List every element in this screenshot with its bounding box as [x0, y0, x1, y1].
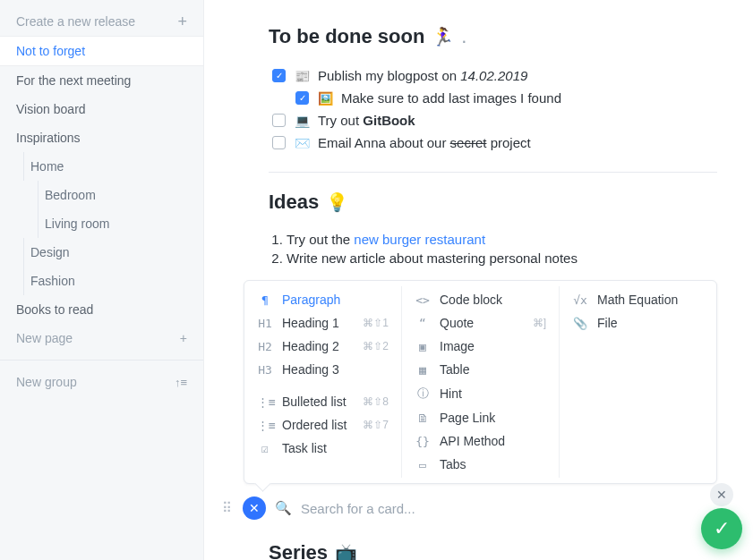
menu-item[interactable]: H1Heading 1⌘⇧1 — [244, 311, 401, 335]
sidebar-item-label: Home — [30, 159, 64, 174]
menu-item-label: Heading 1 — [282, 316, 339, 330]
menu-item-label: Image — [440, 339, 475, 353]
drag-handle-icon[interactable]: ⠿ — [222, 500, 234, 516]
menu-column: ¶ParagraphH1Heading 1⌘⇧1H2Heading 2⌘⇧2H3… — [244, 286, 402, 478]
task-text: Make sure to add last images I found — [341, 90, 561, 106]
new-group-label: New group — [16, 375, 77, 389]
menu-item-icon: “ — [415, 317, 431, 330]
menu-item-icon: ⋮≡ — [257, 419, 273, 432]
checkbox[interactable] — [272, 136, 286, 149]
sidebar-item[interactable]: Not to forget — [0, 36, 203, 66]
sidebar-item[interactable]: Books to read — [0, 295, 203, 324]
card-search-row: ⠿ ✕ 🔍 — [222, 496, 717, 520]
menu-item-icon: ☑ — [257, 442, 273, 455]
sidebar-item[interactable]: Inspirations — [0, 123, 203, 152]
menu-item-icon: ⋮≡ — [257, 395, 273, 409]
menu-item[interactable]: ▭Tabs — [402, 453, 559, 476]
close-search-button[interactable]: ✕ — [243, 496, 266, 520]
menu-item[interactable]: H2Heading 2⌘⇧2 — [244, 335, 401, 358]
sidebar-item[interactable]: Fashion — [0, 267, 203, 295]
sidebar-new-group[interactable]: New group ↑≡ — [0, 368, 203, 396]
ideas-list: Try out the new burger restaurantWrite n… — [287, 230, 717, 267]
menu-item-icon: ▦ — [415, 363, 431, 377]
menu-item[interactable]: 🗎Page Link — [402, 406, 559, 429]
menu-item-icon: √x — [572, 293, 588, 307]
task-text: Email Anna about our secret project — [318, 135, 531, 150]
menu-item-label: Task list — [282, 441, 327, 455]
add-group-icon[interactable]: + — [177, 15, 187, 28]
group-title: Create a new release — [16, 14, 135, 29]
link[interactable]: new burger restaurant — [354, 232, 485, 247]
sidebar-item-label: Vision board — [16, 102, 86, 116]
menu-item[interactable]: H3Heading 3 — [244, 358, 401, 381]
menu-item-label: Heading 2 — [282, 339, 339, 353]
sidebar-item-label: Bedroom — [45, 188, 96, 202]
menu-column: √xMath Equation📎File — [560, 286, 716, 478]
menu-item[interactable]: ▦Table — [402, 358, 559, 381]
menu-item-icon: H3 — [257, 363, 273, 377]
sidebar-item[interactable]: Bedroom — [0, 181, 203, 209]
menu-item-label: Tabs — [440, 457, 466, 471]
menu-item-icon: 🗎 — [415, 412, 431, 425]
menu-item-icon: H1 — [257, 317, 273, 330]
menu-item[interactable]: √xMath Equation — [560, 288, 716, 311]
checkbox[interactable] — [272, 69, 286, 82]
sidebar-group-header: Create a new release + — [0, 7, 203, 36]
menu-item-label: Page Link — [440, 411, 495, 425]
sidebar-item-label: For the next meeting — [16, 73, 131, 88]
menu-item-label: Heading 3 — [282, 362, 339, 377]
menu-item[interactable]: <>Code block — [402, 288, 559, 311]
sidebar-item-label: Books to read — [16, 302, 93, 317]
sidebar-item[interactable]: Living room — [0, 209, 203, 238]
task-list: 📰Publish my blogpost on 14.02.2019🖼️Make… — [272, 64, 717, 154]
sidebar-item[interactable]: Design — [0, 238, 203, 267]
menu-item-label: Bulleted list — [282, 395, 347, 409]
sort-icon: ↑≡ — [175, 376, 187, 389]
menu-item-label: API Method — [440, 434, 505, 448]
sidebar-item[interactable]: Home — [0, 152, 203, 181]
tv-icon: 📺 — [335, 542, 357, 560]
task-emoji-icon: ✉️ — [295, 136, 309, 150]
task-emoji-icon: 💻 — [295, 114, 309, 128]
menu-item[interactable]: ⋮≡Bulleted list⌘⇧8 — [244, 390, 401, 413]
list-item: Write new article about mastering person… — [287, 249, 717, 267]
menu-item[interactable]: “Quote⌘] — [402, 311, 559, 335]
checkbox[interactable] — [272, 114, 286, 127]
menu-item[interactable]: ⋮≡Ordered list⌘⇧7 — [244, 413, 401, 437]
card-search-input[interactable] — [301, 501, 717, 516]
ideas-title-text: Ideas — [269, 191, 319, 214]
sidebar-item-label: New page — [16, 331, 73, 345]
menu-item-shortcut: ⌘⇧1 — [363, 317, 389, 329]
menu-column: <>Code block“Quote⌘]▣Image▦TableⓘHint🗎Pa… — [402, 286, 560, 478]
menu-item[interactable]: ⓘHint — [402, 381, 559, 406]
menu-item-icon: <> — [415, 293, 431, 307]
confirm-button[interactable]: ✓ — [701, 508, 742, 549]
section-title-series: Series 📺 — [269, 541, 717, 560]
sidebar-item-label: Inspirations — [16, 131, 81, 145]
menu-item[interactable]: ¶Paragraph — [244, 288, 401, 311]
sidebar-divider — [0, 360, 203, 361]
block-type-menu: ¶ParagraphH1Heading 1⌘⇧1H2Heading 2⌘⇧2H3… — [244, 280, 717, 484]
menu-item-icon: {} — [415, 435, 431, 448]
menu-item[interactable]: 📎File — [560, 311, 716, 335]
sidebar-item[interactable]: Vision board — [0, 95, 203, 123]
task-emoji-icon: 📰 — [295, 69, 309, 83]
series-title-text: Series — [269, 541, 328, 560]
menu-item-shortcut: ⌘⇧8 — [363, 395, 389, 408]
menu-item[interactable]: {}API Method — [402, 429, 559, 453]
checkbox[interactable] — [295, 91, 309, 105]
menu-item-icon: ¶ — [257, 293, 273, 307]
sidebar-item[interactable]: New page+ — [0, 324, 203, 352]
add-page-icon[interactable]: + — [180, 331, 187, 345]
dismiss-button[interactable]: ✕ — [710, 483, 733, 506]
menu-item[interactable]: ☑Task list — [244, 437, 401, 460]
sidebar-item[interactable]: For the next meeting — [0, 66, 203, 95]
menu-item-label: Code block — [440, 293, 502, 307]
menu-item[interactable]: ▣Image — [402, 335, 559, 358]
menu-item-icon: H2 — [257, 340, 273, 353]
horizontal-rule — [269, 172, 717, 173]
task-row: 💻Try out GitBook — [272, 109, 717, 132]
sidebar-item-label: Fashion — [30, 274, 75, 288]
search-icon: 🔍 — [275, 500, 292, 516]
menu-item-label: Math Equation — [597, 293, 678, 307]
